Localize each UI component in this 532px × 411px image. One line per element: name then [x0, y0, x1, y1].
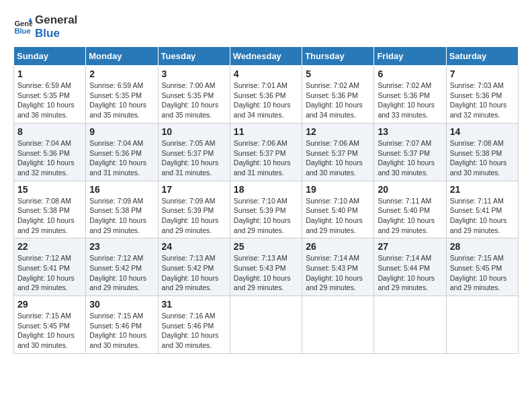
- calendar-day-cell: 22 Sunrise: 7:12 AMSunset: 5:41 PMDaylig…: [14, 238, 86, 296]
- day-info: Sunrise: 7:04 AMSunset: 5:36 PMDaylight:…: [17, 139, 75, 177]
- day-info: Sunrise: 7:01 AMSunset: 5:36 PMDaylight:…: [234, 81, 291, 119]
- day-of-week-header: Saturday: [446, 47, 518, 66]
- day-number: 29: [17, 299, 82, 310]
- svg-text:Blue: Blue: [14, 26, 30, 34]
- calendar-day-cell: 29 Sunrise: 7:15 AMSunset: 5:45 PMDaylig…: [14, 296, 86, 354]
- day-number: 19: [306, 184, 370, 195]
- calendar-day-cell: 1 Sunrise: 6:59 AMSunset: 5:35 PMDayligh…: [14, 66, 86, 124]
- day-info: Sunrise: 7:09 AMSunset: 5:38 PMDaylight:…: [89, 197, 146, 234]
- day-number: 31: [162, 299, 226, 310]
- day-number: 24: [162, 241, 226, 252]
- calendar-day-cell: 30 Sunrise: 7:15 AMSunset: 5:46 PMDaylig…: [86, 296, 158, 354]
- day-number: 2: [89, 68, 154, 79]
- day-of-week-header: Tuesday: [158, 47, 230, 66]
- day-number: 12: [306, 126, 370, 137]
- day-info: Sunrise: 7:02 AMSunset: 5:36 PMDaylight:…: [378, 81, 435, 119]
- day-info: Sunrise: 7:11 AMSunset: 5:41 PMDaylight:…: [450, 197, 507, 234]
- calendar-day-cell: 5 Sunrise: 7:02 AMSunset: 5:36 PMDayligh…: [302, 66, 374, 124]
- calendar-day-cell: 28 Sunrise: 7:15 AMSunset: 5:45 PMDaylig…: [446, 238, 518, 296]
- day-number: 16: [89, 184, 154, 195]
- calendar-day-cell: 10 Sunrise: 7:05 AMSunset: 5:37 PMDaylig…: [158, 123, 230, 181]
- calendar-day-cell: 6 Sunrise: 7:02 AMSunset: 5:36 PMDayligh…: [374, 66, 446, 124]
- day-info: Sunrise: 7:04 AMSunset: 5:36 PMDaylight:…: [89, 139, 146, 177]
- calendar-day-cell: 24 Sunrise: 7:13 AMSunset: 5:42 PMDaylig…: [158, 238, 230, 296]
- day-number: 14: [450, 126, 515, 137]
- page-header: General Blue General Blue: [13, 13, 519, 40]
- calendar-day-cell: 27 Sunrise: 7:14 AMSunset: 5:44 PMDaylig…: [374, 238, 446, 296]
- calendar-week-row: 22 Sunrise: 7:12 AMSunset: 5:41 PMDaylig…: [14, 238, 519, 296]
- calendar-week-row: 8 Sunrise: 7:04 AMSunset: 5:36 PMDayligh…: [14, 123, 519, 181]
- calendar-day-cell: 8 Sunrise: 7:04 AMSunset: 5:36 PMDayligh…: [14, 123, 86, 181]
- day-info: Sunrise: 7:06 AMSunset: 5:37 PMDaylight:…: [306, 139, 363, 177]
- day-info: Sunrise: 7:07 AMSunset: 5:37 PMDaylight:…: [378, 139, 435, 177]
- day-number: 22: [17, 241, 82, 252]
- calendar-day-cell: 4 Sunrise: 7:01 AMSunset: 5:36 PMDayligh…: [230, 66, 302, 124]
- calendar-day-cell: 31 Sunrise: 7:16 AMSunset: 5:46 PMDaylig…: [158, 296, 230, 354]
- day-number: 28: [450, 241, 515, 252]
- day-info: Sunrise: 7:13 AMSunset: 5:43 PMDaylight:…: [234, 254, 291, 291]
- logo-icon: General Blue: [13, 17, 32, 36]
- day-number: 9: [89, 126, 154, 137]
- calendar-day-cell: 14 Sunrise: 7:08 AMSunset: 5:38 PMDaylig…: [446, 123, 518, 181]
- day-info: Sunrise: 6:59 AMSunset: 5:35 PMDaylight:…: [17, 81, 75, 119]
- day-number: 26: [306, 241, 370, 252]
- day-number: 5: [306, 68, 370, 79]
- calendar-day-cell: 17 Sunrise: 7:09 AMSunset: 5:39 PMDaylig…: [158, 181, 230, 238]
- day-info: Sunrise: 7:12 AMSunset: 5:41 PMDaylight:…: [17, 254, 75, 291]
- calendar-day-cell: 11 Sunrise: 7:06 AMSunset: 5:37 PMDaylig…: [230, 123, 302, 181]
- calendar-day-cell: 2 Sunrise: 6:59 AMSunset: 5:35 PMDayligh…: [86, 66, 158, 124]
- day-number: 21: [450, 184, 515, 195]
- day-number: 25: [234, 241, 298, 252]
- day-info: Sunrise: 7:13 AMSunset: 5:42 PMDaylight:…: [162, 254, 219, 291]
- calendar-table: SundayMondayTuesdayWednesdayThursdayFrid…: [13, 46, 519, 354]
- day-number: 6: [378, 68, 442, 79]
- calendar-day-cell: 26 Sunrise: 7:14 AMSunset: 5:43 PMDaylig…: [302, 238, 374, 296]
- day-number: 4: [234, 68, 298, 79]
- day-info: Sunrise: 7:02 AMSunset: 5:36 PMDaylight:…: [306, 81, 363, 119]
- day-info: Sunrise: 7:06 AMSunset: 5:37 PMDaylight:…: [234, 139, 291, 177]
- logo-line1: General: [35, 13, 77, 27]
- day-info: Sunrise: 7:00 AMSunset: 5:35 PMDaylight:…: [162, 81, 219, 119]
- calendar-day-cell: [302, 296, 374, 354]
- day-info: Sunrise: 7:14 AMSunset: 5:43 PMDaylight:…: [306, 254, 363, 291]
- day-number: 3: [162, 68, 226, 79]
- day-info: Sunrise: 7:10 AMSunset: 5:40 PMDaylight:…: [306, 197, 363, 234]
- day-info: Sunrise: 6:59 AMSunset: 5:35 PMDaylight:…: [89, 81, 146, 119]
- day-of-week-header: Monday: [86, 47, 158, 66]
- logo: General Blue General Blue: [13, 13, 77, 40]
- calendar-week-row: 1 Sunrise: 6:59 AMSunset: 5:35 PMDayligh…: [14, 66, 519, 124]
- day-number: 18: [234, 184, 298, 195]
- calendar-day-cell: 16 Sunrise: 7:09 AMSunset: 5:38 PMDaylig…: [86, 181, 158, 238]
- day-of-week-header: Wednesday: [230, 47, 302, 66]
- calendar-day-cell: 20 Sunrise: 7:11 AMSunset: 5:40 PMDaylig…: [374, 181, 446, 238]
- day-info: Sunrise: 7:09 AMSunset: 5:39 PMDaylight:…: [162, 197, 219, 234]
- calendar-day-cell: 9 Sunrise: 7:04 AMSunset: 5:36 PMDayligh…: [86, 123, 158, 181]
- day-info: Sunrise: 7:11 AMSunset: 5:40 PMDaylight:…: [378, 197, 435, 234]
- day-number: 10: [162, 126, 226, 137]
- day-number: 7: [450, 68, 515, 79]
- day-number: 8: [17, 126, 82, 137]
- calendar-day-cell: 7 Sunrise: 7:03 AMSunset: 5:36 PMDayligh…: [446, 66, 518, 124]
- day-number: 23: [89, 241, 154, 252]
- day-info: Sunrise: 7:08 AMSunset: 5:38 PMDaylight:…: [450, 139, 507, 177]
- day-info: Sunrise: 7:14 AMSunset: 5:44 PMDaylight:…: [378, 254, 435, 291]
- calendar-day-cell: 21 Sunrise: 7:11 AMSunset: 5:41 PMDaylig…: [446, 181, 518, 238]
- calendar-day-cell: 23 Sunrise: 7:12 AMSunset: 5:42 PMDaylig…: [86, 238, 158, 296]
- day-info: Sunrise: 7:12 AMSunset: 5:42 PMDaylight:…: [89, 254, 146, 291]
- day-number: 20: [378, 184, 442, 195]
- day-of-week-header: Thursday: [302, 47, 374, 66]
- day-number: 17: [162, 184, 226, 195]
- day-of-week-header: Friday: [374, 47, 446, 66]
- calendar-day-cell: 25 Sunrise: 7:13 AMSunset: 5:43 PMDaylig…: [230, 238, 302, 296]
- day-number: 15: [17, 184, 82, 195]
- calendar-week-row: 29 Sunrise: 7:15 AMSunset: 5:45 PMDaylig…: [14, 296, 519, 354]
- calendar-day-cell: 18 Sunrise: 7:10 AMSunset: 5:39 PMDaylig…: [230, 181, 302, 238]
- calendar-day-cell: 15 Sunrise: 7:08 AMSunset: 5:38 PMDaylig…: [14, 181, 86, 238]
- calendar-day-cell: 12 Sunrise: 7:06 AMSunset: 5:37 PMDaylig…: [302, 123, 374, 181]
- day-info: Sunrise: 7:05 AMSunset: 5:37 PMDaylight:…: [162, 139, 219, 177]
- calendar-day-cell: 13 Sunrise: 7:07 AMSunset: 5:37 PMDaylig…: [374, 123, 446, 181]
- day-of-week-header: Sunday: [14, 47, 86, 66]
- calendar-day-cell: [374, 296, 446, 354]
- day-number: 1: [17, 68, 82, 79]
- calendar-week-row: 15 Sunrise: 7:08 AMSunset: 5:38 PMDaylig…: [14, 181, 519, 238]
